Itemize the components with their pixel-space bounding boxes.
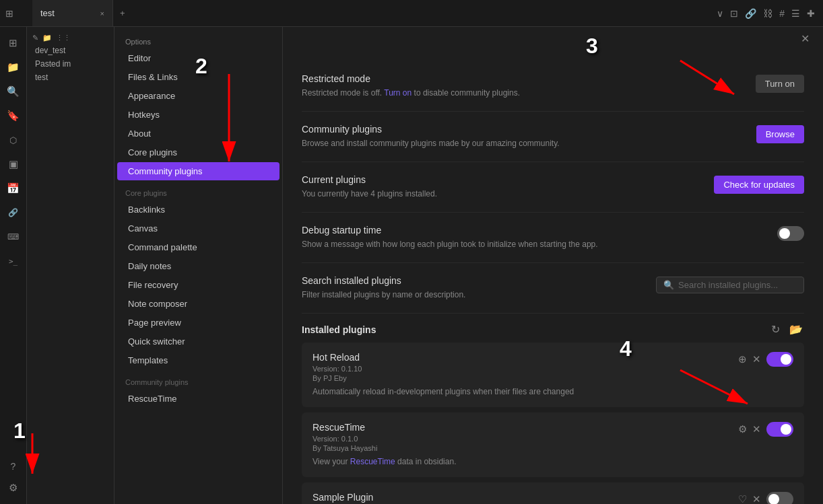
sidebar-item-settings[interactable]: ⚙ <box>3 477 24 499</box>
hot-reload-delete-icon[interactable]: ✕ <box>752 353 761 365</box>
debug-startup-actions <box>777 226 804 241</box>
browse-button[interactable]: Browse <box>756 125 804 143</box>
sidebar-item-search[interactable]: 🔍 <box>3 81 24 102</box>
active-tab[interactable]: test × <box>32 0 113 26</box>
sample-heart-icon[interactable]: ♡ <box>738 493 747 504</box>
sample-toggle-thumb <box>768 494 779 504</box>
main-layout: ⊞ 📁 🔍 🔖 ⬡ ▣ 📅 🔗 ⌨ >_ ? ⚙ ✎ 📁 ⋮⋮ dev_test… <box>0 27 823 504</box>
tab-close-button[interactable]: × <box>100 9 104 17</box>
plugin-card-sample: Sample Plugin Version: 1.0.0 This is a s… <box>302 482 804 504</box>
sidebar-item-calendar[interactable]: 📅 <box>3 178 24 199</box>
sidebar-item-help[interactable]: ? <box>3 456 24 477</box>
rescuetime-link: RescueTime <box>350 457 395 466</box>
title-bar: ⊞ test × + ∨ ⊡ 🔗 ⛓ # ☰ ✚ <box>0 0 823 27</box>
restricted-mode-title: Restricted mode <box>302 73 745 84</box>
rescuetime-actions: ⚙ ✕ <box>738 422 793 437</box>
settings-item-files-links[interactable]: Files & Links <box>117 68 279 86</box>
debug-startup-title: Debug startup time <box>302 225 766 236</box>
settings-item-daily-notes[interactable]: Daily notes <box>117 257 279 275</box>
community-plugins-title: Community plugins <box>302 124 746 135</box>
settings-item-backlinks[interactable]: Backlinks <box>117 201 279 219</box>
sample-delete-icon[interactable]: ✕ <box>752 493 761 504</box>
search-installed-input[interactable] <box>678 280 797 290</box>
hot-reload-toggle[interactable] <box>766 352 793 367</box>
new-tab-button[interactable]: + <box>113 8 132 18</box>
settings-item-quick-switcher[interactable]: Quick switcher <box>117 332 279 351</box>
plugin-card-hot-reload: Hot Reload Version: 0.1.10 By PJ Eby Aut… <box>302 343 804 407</box>
sample-actions: ♡ ✕ <box>738 492 793 504</box>
rescuetime-desc: View your RescueTime data in obsidian. <box>312 456 456 468</box>
sidebar-item-backlinks[interactable]: 🔗 <box>3 202 24 223</box>
sidebar-item-open-vault[interactable]: ⊞ <box>3 32 24 54</box>
settings-item-rescuetime[interactable]: RescueTime <box>117 390 279 408</box>
debug-startup-desc: Show a message with how long each plugin… <box>302 238 766 250</box>
community-plugins-browse-row: Community plugins Browse and install com… <box>302 112 804 162</box>
layout-icon[interactable]: ⊡ <box>730 8 738 19</box>
sidebar-item-bookmarks[interactable]: 🔖 <box>3 105 24 127</box>
rescuetime-delete-icon[interactable]: ✕ <box>752 423 761 435</box>
rescuetime-settings-icon[interactable]: ⚙ <box>738 423 747 435</box>
settings-item-note-composer[interactable]: Note composer <box>117 295 279 313</box>
current-plugins-actions: Check for updates <box>714 176 804 194</box>
sidebar-item-graph[interactable]: ⬡ <box>3 129 24 151</box>
settings-item-hotkeys[interactable]: Hotkeys <box>117 106 279 124</box>
settings-item-file-recovery[interactable]: File recovery <box>117 276 279 294</box>
check-for-updates-button[interactable]: Check for updates <box>714 176 804 194</box>
restricted-mode-desc-text: Restricted mode is off. <box>302 88 382 98</box>
settings-item-core-plugins[interactable]: Core plugins <box>117 143 279 161</box>
settings-panel: Options Editor Files & Links Appearance … <box>114 27 283 504</box>
content-area: ✕ Restricted mode Restricted mode is off… <box>283 27 823 504</box>
rescuetime-header: RescueTime Version: 0.1.0 By Tatsuya Hay… <box>312 422 793 468</box>
search-plugins-row: Search installed plugins Filter installe… <box>302 263 804 314</box>
navigate-back-icon[interactable]: ∨ <box>717 8 723 19</box>
file-item-pasted[interactable]: Pasted im <box>27 57 114 71</box>
title-bar-left: ⊞ <box>0 8 32 19</box>
file-panel-header: ✎ 📁 ⋮⋮ <box>27 32 114 44</box>
rescuetime-desc-suffix: data in obsidian. <box>395 457 457 466</box>
restricted-mode-actions: Turn on <box>756 75 804 93</box>
menu-icon[interactable]: ☰ <box>791 8 800 19</box>
sidebar-icons: ⊞ 📁 🔍 🔖 ⬡ ▣ 📅 🔗 ⌨ >_ ? ⚙ <box>0 27 27 504</box>
more-options-icon[interactable]: ✚ <box>807 8 815 19</box>
debug-startup-toggle[interactable] <box>777 226 804 241</box>
file-item-test[interactable]: test <box>27 71 114 84</box>
debug-startup-row: Debug startup time Show a message with h… <box>302 213 804 263</box>
settings-close-button[interactable]: ✕ <box>798 32 812 45</box>
settings-item-templates[interactable]: Templates <box>117 351 279 369</box>
current-plugins-desc: You currently have 4 plugins installed. <box>302 188 703 200</box>
settings-item-about[interactable]: About <box>117 124 279 143</box>
hot-reload-add-icon[interactable]: ⊕ <box>738 353 747 365</box>
settings-item-command-palette[interactable]: Command palette <box>117 238 279 256</box>
rescuetime-version: Version: 0.1.0 <box>312 435 456 443</box>
settings-item-community-plugins[interactable]: Community plugins <box>117 162 279 180</box>
link-icon[interactable]: 🔗 <box>745 8 756 19</box>
search-installed-box[interactable]: 🔍 <box>656 277 804 293</box>
turn-on-button[interactable]: Turn on <box>756 75 804 93</box>
hot-reload-name: Hot Reload <box>312 352 574 363</box>
file-item-devtest[interactable]: dev_test <box>27 44 114 57</box>
sidebar-item-file-explorer[interactable]: 📁 <box>3 57 24 78</box>
unlink-icon[interactable]: ⛓ <box>763 8 772 19</box>
restricted-mode-row: Restricted mode Restricted mode is off. … <box>302 61 804 112</box>
community-plugins-desc: Browse and install community plugins mad… <box>302 137 746 149</box>
debug-startup-info: Debug startup time Show a message with h… <box>302 225 766 250</box>
hot-reload-actions: ⊕ ✕ <box>738 352 793 367</box>
sample-toggle[interactable] <box>766 492 793 504</box>
current-plugins-info: Current plugins You currently have 4 plu… <box>302 174 703 200</box>
settings-item-page-preview[interactable]: Page preview <box>117 314 279 332</box>
settings-item-canvas[interactable]: Canvas <box>117 219 279 238</box>
settings-item-appearance[interactable]: Appearance <box>117 87 279 105</box>
hot-reload-header: Hot Reload Version: 0.1.10 By PJ Eby Aut… <box>312 352 793 398</box>
open-plugins-folder-button[interactable]: 📂 <box>788 322 804 337</box>
turn-on-link[interactable]: Turn on <box>384 88 412 98</box>
file-panel: ✎ 📁 ⋮⋮ dev_test Pasted im test <box>27 27 114 504</box>
tag-icon[interactable]: # <box>779 8 785 19</box>
settings-item-editor[interactable]: Editor <box>117 49 279 67</box>
rescuetime-toggle[interactable] <box>766 422 793 437</box>
sidebar-item-command[interactable]: ⌨ <box>3 226 24 248</box>
sidebar-item-canvas[interactable]: ▣ <box>3 153 24 175</box>
settings-content: Restricted mode Restricted mode is off. … <box>283 45 823 504</box>
rescuetime-author: By Tatsuya Hayashi <box>312 444 456 452</box>
sidebar-item-terminal[interactable]: >_ <box>3 250 24 272</box>
reload-plugins-button[interactable]: ↻ <box>770 322 781 337</box>
